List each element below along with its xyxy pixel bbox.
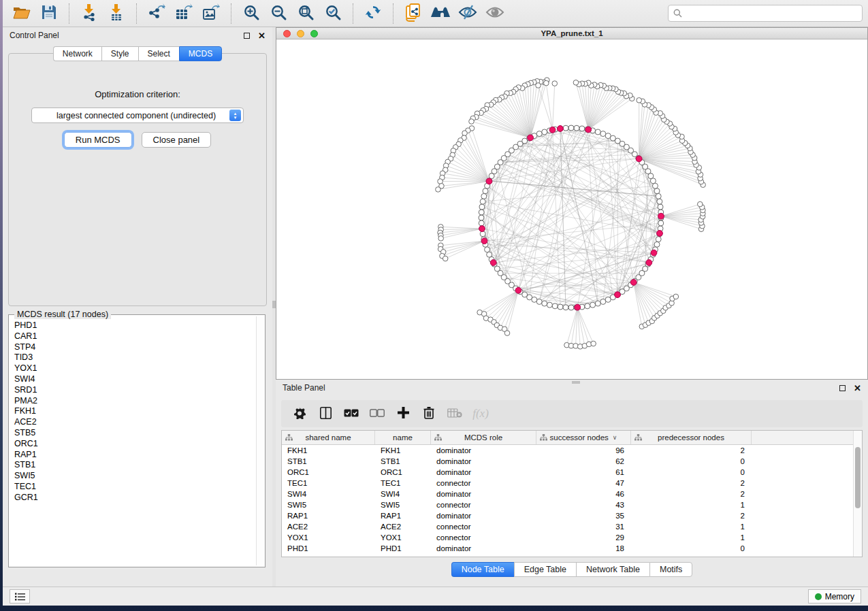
network-node[interactable]: [536, 299, 542, 304]
network-node[interactable]: [479, 215, 484, 220]
table-row[interactable]: SWI4SWI4dominator462: [282, 489, 853, 499]
window-minimize-icon[interactable]: [297, 30, 304, 37]
network-leaf-node[interactable]: [438, 236, 444, 242]
table-scrollbar[interactable]: [853, 431, 862, 557]
column-layout-button[interactable]: [314, 403, 337, 425]
network-node[interactable]: [547, 302, 552, 308]
search-box[interactable]: [668, 5, 863, 22]
tab-network[interactable]: Network: [53, 46, 101, 61]
network-node[interactable]: [595, 129, 600, 135]
network-leaf-node[interactable]: [637, 98, 642, 103]
network-node[interactable]: [485, 247, 490, 252]
splitter-grip[interactable]: [272, 301, 276, 308]
mcds-hub-node[interactable]: [481, 238, 487, 244]
mcds-node-item[interactable]: ACE2: [14, 417, 253, 428]
network-node[interactable]: [600, 131, 606, 137]
mcds-node-item[interactable]: FKH1: [14, 406, 253, 417]
column-header-name[interactable]: name: [375, 431, 431, 444]
tab-edge-table[interactable]: Edge Table: [514, 562, 576, 577]
network-leaf-node[interactable]: [536, 83, 541, 88]
mcds-hub-node[interactable]: [490, 260, 496, 266]
settings-button[interactable]: [288, 403, 311, 425]
window-close-icon[interactable]: [283, 30, 291, 37]
column-header-successor-nodes[interactable]: successor nodes∨: [536, 431, 631, 444]
network-node[interactable]: [654, 242, 660, 247]
mcds-node-item[interactable]: TID3: [14, 352, 253, 363]
table-row[interactable]: FKH1FKH1dominator962: [282, 445, 853, 456]
close-panel-button[interactable]: Close panel: [142, 132, 212, 148]
network-leaf-node[interactable]: [673, 294, 679, 299]
network-node[interactable]: [480, 231, 485, 237]
network-node[interactable]: [481, 193, 487, 199]
network-leaf-node[interactable]: [573, 80, 579, 86]
zoom-out-button[interactable]: [265, 3, 292, 24]
network-node[interactable]: [563, 125, 568, 131]
window-maximize-icon[interactable]: [310, 30, 318, 37]
network-node[interactable]: [563, 305, 568, 310]
float-panel-icon[interactable]: [244, 33, 250, 39]
network-node[interactable]: [479, 220, 484, 226]
save-session-button[interactable]: [35, 3, 63, 24]
criterion-select[interactable]: largest connected component (undirected)…: [31, 108, 244, 123]
mcds-node-item[interactable]: PMA2: [14, 396, 253, 407]
mcds-hub-node[interactable]: [479, 226, 485, 232]
open-file-button[interactable]: [8, 3, 35, 24]
close-panel-icon[interactable]: ✕: [258, 31, 266, 40]
network-node[interactable]: [658, 204, 663, 210]
network-node[interactable]: [552, 303, 558, 309]
tab-motifs[interactable]: Motifs: [649, 562, 692, 577]
mcds-node-item[interactable]: CAR1: [14, 331, 253, 342]
network-node[interactable]: [532, 297, 537, 302]
table-row[interactable]: RAP1RAP1dominator352: [282, 510, 853, 521]
mcds-hub-node[interactable]: [486, 178, 492, 184]
mcds-node-item[interactable]: YOX1: [14, 363, 253, 374]
show-all-button[interactable]: [481, 3, 509, 24]
column-header-predecessor-nodes[interactable]: predecessor nodes: [631, 431, 752, 444]
network-node[interactable]: [542, 129, 547, 135]
network-node[interactable]: [479, 210, 484, 215]
export-image-button[interactable]: [197, 3, 225, 24]
network-leaf-node[interactable]: [697, 201, 703, 207]
network-node[interactable]: [656, 237, 661, 242]
network-canvas[interactable]: [276, 39, 867, 379]
network-node[interactable]: [600, 299, 606, 304]
mcds-hub-node[interactable]: [658, 213, 664, 219]
network-leaf-node[interactable]: [504, 331, 510, 336]
run-mcds-button[interactable]: Run MCDS: [64, 132, 132, 148]
new-network-from-selection-button[interactable]: [400, 3, 427, 24]
network-node[interactable]: [542, 301, 547, 306]
select-all-button[interactable]: [340, 403, 363, 425]
mcds-hub-node[interactable]: [615, 292, 621, 298]
hide-selected-button[interactable]: [454, 3, 481, 24]
mcds-hub-node[interactable]: [575, 304, 581, 310]
mcds-hub-node[interactable]: [630, 280, 637, 286]
network-node[interactable]: [579, 126, 585, 131]
first-neighbors-button[interactable]: [427, 3, 454, 24]
network-node[interactable]: [654, 188, 660, 194]
network-node[interactable]: [483, 188, 488, 194]
network-leaf-node[interactable]: [544, 80, 549, 86]
table-row[interactable]: TEC1TEC1connector472: [282, 478, 853, 489]
network-node[interactable]: [479, 204, 485, 210]
memory-button[interactable]: Memory: [808, 589, 861, 604]
tab-style[interactable]: Style: [101, 46, 138, 61]
table-scrollbar-thumb[interactable]: [855, 447, 861, 508]
zoom-fit-button[interactable]: [292, 3, 319, 24]
network-node[interactable]: [656, 193, 661, 199]
table-row[interactable]: PHD1PHD1dominator180: [282, 543, 853, 554]
mcds-hub-node[interactable]: [585, 127, 592, 133]
mcds-hub-node[interactable]: [657, 231, 663, 237]
network-node[interactable]: [480, 199, 485, 204]
task-history-button[interactable]: [10, 589, 30, 604]
mcds-hub-node[interactable]: [636, 156, 642, 162]
network-window-titlebar[interactable]: YPA_prune.txt_1: [276, 28, 867, 39]
mcds-hub-node[interactable]: [651, 250, 657, 256]
network-node[interactable]: [658, 220, 664, 226]
column-header-MCDS-role[interactable]: MCDS role: [431, 431, 536, 444]
mcds-node-item[interactable]: ORC1: [14, 439, 253, 450]
network-node[interactable]: [652, 183, 658, 188]
mcds-node-item[interactable]: SRD1: [14, 385, 253, 396]
mcds-hub-node[interactable]: [646, 260, 652, 266]
tab-select[interactable]: Select: [138, 46, 179, 61]
network-leaf-node[interactable]: [552, 81, 558, 86]
